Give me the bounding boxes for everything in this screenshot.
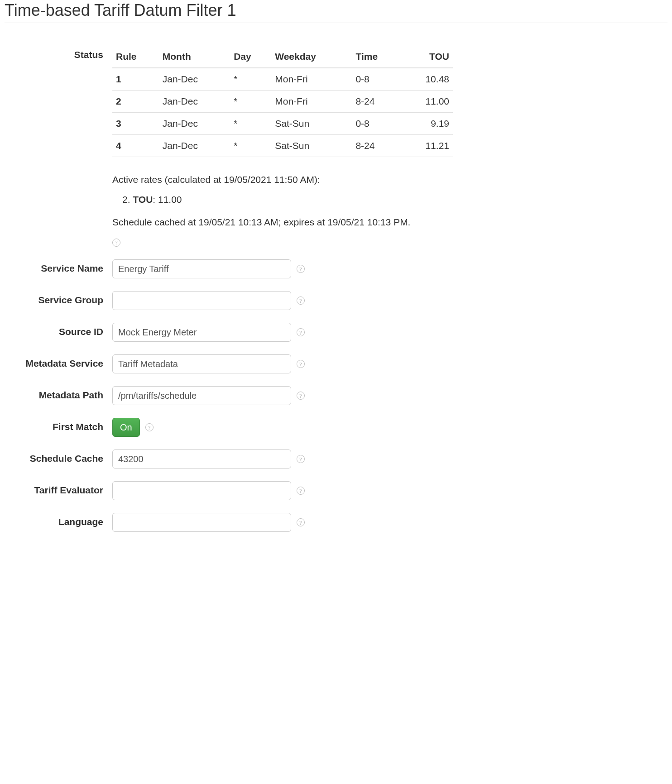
- cell-day: *: [230, 135, 271, 157]
- col-tou: TOU: [401, 46, 453, 68]
- help-icon[interactable]: ?: [297, 518, 305, 526]
- cache-caption: Schedule cached at 19/05/21 10:13 AM; ex…: [112, 217, 453, 228]
- cell-rule: 3: [112, 113, 159, 135]
- help-icon[interactable]: ?: [297, 296, 305, 305]
- page-title: Time-based Tariff Datum Filter 1: [5, 0, 667, 23]
- cell-day: *: [230, 91, 271, 113]
- cell-rule: 4: [112, 135, 159, 157]
- first-match-label: First Match: [5, 418, 112, 433]
- col-rule: Rule: [112, 46, 159, 68]
- source-id-input[interactable]: [112, 323, 291, 342]
- metadata-service-label: Metadata Service: [5, 354, 112, 369]
- active-rate-line: 2. TOU: 11.00: [122, 194, 453, 205]
- cell-weekday: Mon-Fri: [271, 91, 352, 113]
- cell-tou: 10.48: [401, 68, 453, 91]
- cell-month: Jan-Dec: [159, 91, 230, 113]
- cell-time: 8-24: [352, 91, 401, 113]
- active-rates-caption: Active rates (calculated at 19/05/2021 1…: [112, 174, 453, 185]
- first-match-toggle[interactable]: On: [112, 418, 140, 437]
- help-icon[interactable]: ?: [297, 392, 305, 400]
- col-month: Month: [159, 46, 230, 68]
- table-row: 4 Jan-Dec * Sat-Sun 8-24 11.21: [112, 135, 453, 157]
- help-icon[interactable]: ?: [112, 239, 120, 247]
- cell-tou: 11.21: [401, 135, 453, 157]
- service-group-input[interactable]: [112, 291, 291, 310]
- help-icon[interactable]: ?: [297, 455, 305, 463]
- cell-rule: 1: [112, 68, 159, 91]
- cell-time: 0-8: [352, 113, 401, 135]
- schedule-cache-input[interactable]: [112, 449, 291, 468]
- table-row: 2 Jan-Dec * Mon-Fri 8-24 11.00: [112, 91, 453, 113]
- col-time: Time: [352, 46, 401, 68]
- service-name-input[interactable]: [112, 259, 291, 278]
- col-weekday: Weekday: [271, 46, 352, 68]
- cell-weekday: Sat-Sun: [271, 135, 352, 157]
- cell-tou: 11.00: [401, 91, 453, 113]
- metadata-path-label: Metadata Path: [5, 386, 112, 401]
- table-row: 3 Jan-Dec * Sat-Sun 0-8 9.19: [112, 113, 453, 135]
- status-label: Status: [5, 46, 112, 61]
- tariff-evaluator-label: Tariff Evaluator: [5, 481, 112, 496]
- cell-month: Jan-Dec: [159, 113, 230, 135]
- cell-day: *: [230, 113, 271, 135]
- tariff-evaluator-input[interactable]: [112, 481, 291, 500]
- service-name-label: Service Name: [5, 259, 112, 274]
- active-rate-index: 2.: [122, 194, 130, 205]
- schedule-cache-label: Schedule Cache: [5, 449, 112, 464]
- source-id-label: Source ID: [5, 323, 112, 338]
- cell-weekday: Sat-Sun: [271, 113, 352, 135]
- cell-rule: 2: [112, 91, 159, 113]
- cell-tou: 9.19: [401, 113, 453, 135]
- help-icon[interactable]: ?: [297, 487, 305, 495]
- cell-weekday: Mon-Fri: [271, 68, 352, 91]
- cell-month: Jan-Dec: [159, 68, 230, 91]
- metadata-service-input[interactable]: [112, 354, 291, 373]
- col-day: Day: [230, 46, 271, 68]
- help-icon[interactable]: ?: [297, 328, 305, 336]
- active-rate-value: 11.00: [158, 194, 182, 205]
- help-icon[interactable]: ?: [297, 360, 305, 368]
- cell-time: 8-24: [352, 135, 401, 157]
- metadata-path-input[interactable]: [112, 386, 291, 405]
- cell-day: *: [230, 68, 271, 91]
- active-rate-label: TOU: [133, 194, 153, 205]
- help-icon[interactable]: ?: [145, 423, 154, 431]
- table-row: 1 Jan-Dec * Mon-Fri 0-8 10.48: [112, 68, 453, 91]
- service-group-label: Service Group: [5, 291, 112, 306]
- help-icon[interactable]: ?: [297, 265, 305, 273]
- language-input[interactable]: [112, 513, 291, 532]
- cell-month: Jan-Dec: [159, 135, 230, 157]
- cell-time: 0-8: [352, 68, 401, 91]
- status-table: Rule Month Day Weekday Time TOU 1 Jan-De…: [112, 46, 453, 157]
- status-table-header-row: Rule Month Day Weekday Time TOU: [112, 46, 453, 68]
- language-label: Language: [5, 513, 112, 528]
